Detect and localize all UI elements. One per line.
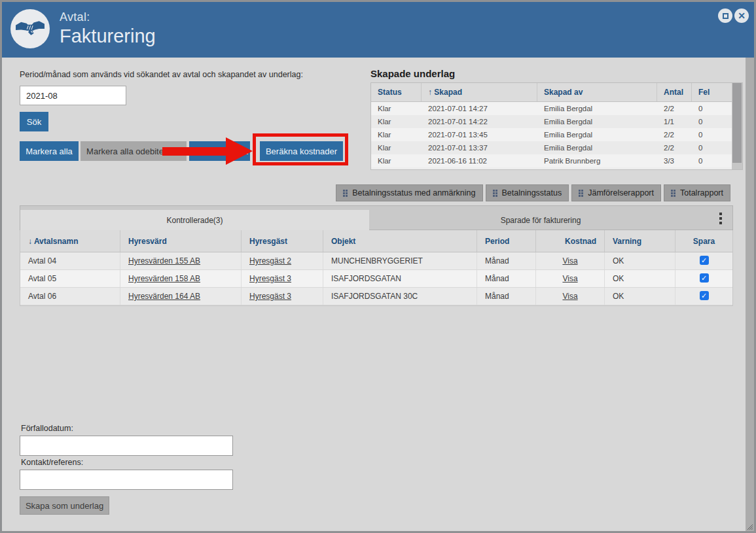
report-button-label: Jämförelserapport	[588, 188, 654, 198]
tab-kontrollerade[interactable]: Kontrollerade(3)	[20, 210, 369, 231]
cell-objekt: ISAFJORDSGATAN	[323, 270, 477, 287]
report-button-label: Totalrapport	[680, 188, 723, 198]
spara-checkbox[interactable]: ✓	[700, 256, 709, 265]
totalrapport-button[interactable]: Totalrapport	[664, 184, 730, 201]
kontakt-referens-input[interactable]	[20, 470, 233, 490]
forfallodatum-label: Förfallodatum:	[21, 424, 73, 433]
col-varning[interactable]: Varning	[605, 230, 675, 252]
report-button-label: Betalningsstatus med anmärkning	[352, 188, 475, 198]
skapade-scrollbar-thumb[interactable]	[732, 83, 742, 163]
cell-status: Klar	[371, 102, 422, 115]
visa-kostnad-link[interactable]: Visa	[562, 256, 577, 266]
cell-varning: OK	[605, 288, 675, 305]
report-button-label: Betalningsstatus	[502, 188, 562, 198]
cell-avtalsnamn: Avtal 05	[20, 270, 120, 287]
spara-checkbox[interactable]: ✓	[700, 273, 709, 283]
col-antal[interactable]: Antal	[657, 83, 692, 101]
cell-objekt: ISAFJORDSGATAN 30C	[323, 288, 477, 305]
cell-period: Månad	[477, 252, 536, 269]
berakna-kostnader-button[interactable]: Beräkna kostnader	[260, 141, 343, 161]
tab-strip: Kontrollerade(3) Sparade för fakturering	[20, 205, 733, 230]
visa-kostnad-link[interactable]: Visa	[562, 274, 577, 283]
hyresgast-link[interactable]: Hyresgäst 3	[249, 292, 291, 301]
col-kostnad[interactable]: Kostnad	[536, 230, 605, 252]
cell-skapad: 2021-07-01 13:45	[422, 128, 537, 141]
skapade-underlag-title: Skapade underlag	[370, 68, 455, 79]
contract-row[interactable]: Avtal 06 Hyresvärden 164 AB Hyresgäst 3 …	[20, 288, 732, 305]
cell-skapad: 2021-06-16 11:02	[422, 154, 537, 167]
col-hyresvard[interactable]: Hyresvärd	[120, 230, 242, 252]
app-window: Avtal: Fakturering ✕ Period/månad som an…	[0, 0, 756, 533]
hyresvard-link[interactable]: Hyresvärden 158 AB	[128, 274, 200, 283]
cell-varning: OK	[605, 252, 675, 269]
col-hyresgast[interactable]: Hyresgäst	[242, 230, 323, 252]
close-button[interactable]: ✕	[734, 9, 749, 23]
report-button-row: Betalningsstatus med anmärkning Betalnin…	[367, 184, 730, 201]
title-bar: Avtal: Fakturering ✕	[2, 2, 754, 58]
skapade-row[interactable]: Klar 2021-07-01 14:22 Emilia Bergdal 1/1…	[371, 115, 742, 128]
jamforelserapport-button[interactable]: Jämförelserapport	[571, 184, 661, 201]
col-objekt[interactable]: Objekt	[323, 230, 477, 252]
kontakt-referens-label: Kontakt/referens:	[21, 458, 83, 467]
betalningsstatus-button[interactable]: Betalningsstatus	[486, 184, 569, 201]
avmarkera-alla-button[interactable]: Avmarkera alla	[189, 141, 250, 161]
forfallodatum-input[interactable]	[20, 436, 233, 456]
cell-status: Klar	[371, 154, 422, 167]
period-input[interactable]	[20, 86, 126, 105]
skapade-row[interactable]: Klar 2021-07-01 14:27 Emilia Bergdal 2/2…	[371, 102, 742, 115]
cell-skapad-av: Emilia Bergdal	[537, 102, 657, 115]
col-spara[interactable]: Spara	[675, 230, 732, 252]
hyresvard-link[interactable]: Hyresvärden 155 AB	[128, 256, 200, 266]
contracts-table: ↓ Avtalsnamn Hyresvärd Hyresgäst Objekt …	[20, 230, 733, 306]
visa-kostnad-link[interactable]: Visa	[562, 292, 577, 301]
cell-skapad-av: Patrik Brunnberg	[537, 154, 657, 167]
skapa-som-underlag-button[interactable]: Skapa som underlag	[20, 496, 109, 515]
skapade-row[interactable]: Klar 2021-07-01 13:37 Emilia Bergdal 2/2…	[371, 141, 742, 154]
app-title-page: Fakturering	[60, 26, 156, 47]
hyresgast-link[interactable]: Hyresgäst 3	[249, 274, 291, 283]
report-grid-icon	[671, 190, 675, 197]
markera-alla-button[interactable]: Markera alla	[20, 141, 79, 161]
period-label: Period/månad som används vid sökandet av…	[20, 70, 303, 79]
contract-row[interactable]: Avtal 04 Hyresvärden 155 AB Hyresgäst 2 …	[20, 252, 732, 270]
main-content: Period/månad som används vid sökandet av…	[2, 58, 754, 531]
cell-fel: 0	[692, 154, 732, 167]
cell-skapad-av: Emilia Bergdal	[537, 141, 657, 154]
col-avtalsnamn[interactable]: ↓ Avtalsnamn	[20, 230, 120, 252]
skapade-underlag-table: Status ↑ Skapad Skapad av Antal Fel Klar…	[370, 82, 743, 170]
cell-period: Månad	[477, 288, 536, 305]
handshake-logo-icon	[10, 9, 50, 48]
maximize-button[interactable]	[718, 9, 732, 23]
spara-checkbox[interactable]: ✓	[700, 291, 709, 300]
cell-avtalsnamn: Avtal 04	[20, 252, 120, 269]
cell-varning: OK	[605, 270, 675, 287]
cell-antal: 2/2	[657, 102, 692, 115]
cell-skapad-av: Emilia Bergdal	[537, 115, 657, 128]
betalningsstatus-anmarkning-button[interactable]: Betalningsstatus med anmärkning	[336, 184, 482, 201]
col-period[interactable]: Period	[477, 230, 536, 252]
skapade-row[interactable]: Klar 2021-07-01 13:45 Emilia Bergdal 2/2…	[371, 128, 742, 141]
col-skapad-av[interactable]: Skapad av	[537, 83, 657, 101]
markera-alla-odebiterade-button[interactable]: Markera alla odebiterade	[81, 141, 187, 161]
cell-fel: 0	[692, 141, 732, 154]
hyresvard-link[interactable]: Hyresvärden 164 AB	[128, 292, 200, 301]
col-skapad[interactable]: ↑ Skapad	[422, 83, 537, 101]
skapade-header-row: Status ↑ Skapad Skapad av Antal Fel	[371, 83, 742, 102]
report-grid-icon	[493, 190, 497, 197]
skapade-row[interactable]: Klar 2021-06-16 11:02 Patrik Brunnberg 3…	[371, 154, 742, 167]
col-status[interactable]: Status	[371, 83, 422, 101]
col-fel[interactable]: Fel	[692, 83, 732, 101]
sok-button[interactable]: Sök	[20, 112, 48, 131]
contract-row[interactable]: Avtal 05 Hyresvärden 158 AB Hyresgäst 3 …	[20, 270, 732, 288]
maximize-icon	[723, 13, 729, 19]
cell-status: Klar	[371, 115, 422, 128]
cell-fel: 0	[692, 102, 732, 115]
kebab-menu-icon[interactable]	[713, 209, 729, 228]
cell-skapad: 2021-07-01 13:37	[422, 141, 537, 154]
cell-status: Klar	[371, 141, 422, 154]
cell-skapad: 2021-07-01 14:22	[422, 115, 537, 128]
tab-sparade-for-fakturering[interactable]: Sparade för fakturering	[369, 210, 712, 231]
skapade-scrollbar-track[interactable]	[732, 83, 742, 169]
hyresgast-link[interactable]: Hyresgäst 2	[249, 256, 291, 266]
cell-avtalsnamn: Avtal 06	[20, 288, 120, 305]
